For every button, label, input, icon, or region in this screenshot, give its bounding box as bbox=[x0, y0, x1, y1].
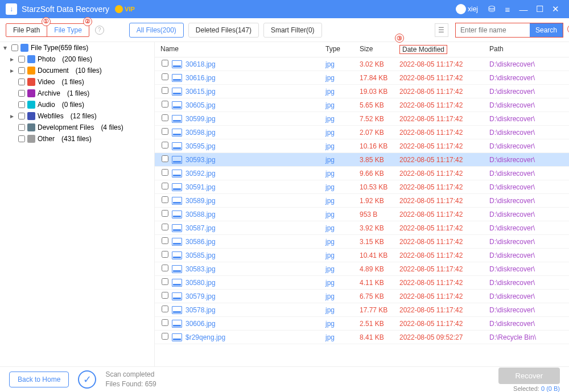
row-checkbox[interactable] bbox=[162, 251, 168, 258]
search-button[interactable]: Search bbox=[530, 23, 563, 37]
filter-all-files[interactable]: All Files(200) bbox=[129, 23, 184, 38]
tree-item-other[interactable]: Other (431 files) bbox=[0, 133, 154, 145]
col-date[interactable]: ③ Date Modified bbox=[399, 45, 489, 54]
col-name[interactable]: Name bbox=[155, 45, 325, 54]
row-checkbox[interactable] bbox=[162, 169, 168, 176]
app-logo-icon: ↓ bbox=[6, 3, 17, 15]
table-row[interactable]: 30615.jpg jpg 19.03 KB 2022-08-05 11:17:… bbox=[155, 85, 569, 98]
row-checkbox[interactable] bbox=[162, 155, 168, 162]
table-row[interactable]: 30598.jpg jpg 2.07 KB 2022-08-05 11:17:4… bbox=[155, 126, 569, 139]
file-name: 30586.jpg bbox=[185, 238, 216, 246]
row-checkbox[interactable] bbox=[162, 278, 168, 285]
table-row[interactable]: 30589.jpg jpg 1.92 KB 2022-08-05 11:17:4… bbox=[155, 194, 569, 208]
tree-item-count: (10 files) bbox=[76, 67, 102, 75]
row-checkbox[interactable] bbox=[162, 142, 168, 148]
row-checkbox[interactable] bbox=[162, 265, 168, 271]
col-type[interactable]: Type bbox=[325, 45, 360, 54]
col-size[interactable]: Size bbox=[360, 45, 399, 54]
row-checkbox[interactable] bbox=[162, 210, 168, 217]
file-date: 2022-08-05 11:17:42 bbox=[399, 183, 489, 191]
tree-item-checkbox[interactable] bbox=[18, 67, 25, 74]
file-size: 9.66 KB bbox=[360, 170, 399, 178]
file-name: 30583.jpg bbox=[185, 265, 216, 273]
row-checkbox[interactable] bbox=[162, 87, 168, 94]
table-row[interactable]: 30595.jpg jpg 10.16 KB 2022-08-05 11:17:… bbox=[155, 139, 569, 153]
table-row[interactable]: 30599.jpg jpg 7.52 KB 2022-08-05 11:17:4… bbox=[155, 112, 569, 126]
row-checkbox[interactable] bbox=[162, 224, 168, 230]
tree-root[interactable]: ▾ File Type(659 files) bbox=[0, 42, 154, 53]
search-input[interactable] bbox=[456, 23, 530, 37]
table-row[interactable]: 30583.jpg jpg 4.89 KB 2022-08-05 11:17:4… bbox=[155, 262, 569, 276]
row-checkbox[interactable] bbox=[162, 333, 168, 340]
maximize-button[interactable]: ☐ bbox=[531, 4, 547, 14]
row-checkbox[interactable] bbox=[162, 114, 168, 121]
tree-item-checkbox[interactable] bbox=[18, 56, 25, 63]
file-image-icon bbox=[172, 333, 182, 341]
table-row[interactable]: 30592.jpg jpg 9.66 KB 2022-08-05 11:17:4… bbox=[155, 167, 569, 180]
row-checkbox[interactable] bbox=[162, 319, 168, 326]
cart-icon[interactable]: ⛁ bbox=[484, 4, 500, 14]
tree-item-archive[interactable]: Archive (1 files) bbox=[0, 88, 154, 99]
row-checkbox[interactable] bbox=[162, 183, 168, 189]
user-menu[interactable]: xiej bbox=[456, 4, 478, 14]
file-type: jpg bbox=[325, 170, 360, 178]
tree-item-checkbox[interactable] bbox=[18, 101, 25, 108]
tree-item-checkbox[interactable] bbox=[18, 124, 25, 131]
row-checkbox[interactable] bbox=[162, 292, 168, 299]
col-path[interactable]: Path bbox=[489, 45, 569, 54]
back-to-home-button[interactable]: Back to Home bbox=[9, 372, 69, 387]
tab-file-type[interactable]: File Type bbox=[47, 24, 88, 36]
tree-item-checkbox[interactable] bbox=[18, 113, 25, 119]
tree-item-dev[interactable]: Development Files (4 files) bbox=[0, 122, 154, 133]
row-checkbox[interactable] bbox=[162, 101, 168, 108]
row-checkbox[interactable] bbox=[162, 306, 168, 312]
table-row[interactable]: 30579.jpg jpg 6.75 KB 2022-08-05 11:17:4… bbox=[155, 290, 569, 303]
tree-item-checkbox[interactable] bbox=[18, 135, 25, 142]
tree-item-photo[interactable]: ▸ Photo (200 files) bbox=[0, 53, 154, 65]
table-row[interactable]: 30591.jpg jpg 10.53 KB 2022-08-05 11:17:… bbox=[155, 180, 569, 194]
table-row[interactable]: 30586.jpg jpg 3.15 KB 2022-08-05 11:17:4… bbox=[155, 235, 569, 249]
file-type: jpg bbox=[325, 197, 360, 205]
table-row[interactable]: 30578.jpg jpg 17.77 KB 2022-08-05 11:17:… bbox=[155, 303, 569, 317]
tree-item-video[interactable]: Video (1 files) bbox=[0, 76, 154, 88]
table-row[interactable]: $r29qeng.jpg jpg 8.41 KB 2022-08-05 09:5… bbox=[155, 331, 569, 344]
tree-item-label: Video bbox=[38, 78, 55, 86]
table-row[interactable]: 30587.jpg jpg 3.92 KB 2022-08-05 11:17:4… bbox=[155, 221, 569, 235]
photo-icon bbox=[27, 55, 35, 63]
row-checkbox[interactable] bbox=[162, 237, 168, 244]
file-date: 2022-08-05 11:17:42 bbox=[399, 292, 489, 300]
minimize-button[interactable]: — bbox=[516, 5, 531, 14]
file-size: 2.07 KB bbox=[360, 129, 399, 137]
table-row[interactable]: 30588.jpg jpg 953 B 2022-08-05 11:17:42 … bbox=[155, 208, 569, 221]
table-row[interactable]: 30580.jpg jpg 4.11 KB 2022-08-05 11:17:4… bbox=[155, 276, 569, 290]
row-checkbox[interactable] bbox=[162, 128, 168, 135]
menu-icon[interactable]: ≡ bbox=[500, 5, 516, 14]
tree-item-doc[interactable]: ▸ Document (10 files) bbox=[0, 65, 154, 76]
tree-item-label: Other bbox=[38, 135, 55, 143]
tree-item-checkbox[interactable] bbox=[18, 90, 25, 97]
help-icon[interactable]: ? bbox=[95, 26, 104, 35]
row-checkbox[interactable] bbox=[162, 196, 168, 203]
tree-item-audio[interactable]: Audio (0 files) bbox=[0, 99, 154, 110]
table-row[interactable]: 30616.jpg jpg 17.84 KB 2022-08-05 11:17:… bbox=[155, 71, 569, 85]
filter-deleted-files[interactable]: Deleted Files(147) bbox=[188, 23, 259, 38]
recover-button[interactable]: Recover bbox=[498, 368, 560, 384]
list-mode-toggle[interactable]: ☰ bbox=[435, 23, 448, 37]
table-row[interactable]: 30605.jpg jpg 5.65 KB 2022-08-05 11:17:4… bbox=[155, 98, 569, 112]
tab-file-path[interactable]: File Path bbox=[6, 24, 47, 36]
table-row[interactable]: 30618.jpg jpg 3.02 KB 2022-08-05 11:17:4… bbox=[155, 57, 569, 71]
tree-item-checkbox[interactable] bbox=[18, 79, 25, 85]
file-date: 2022-08-05 11:17:42 bbox=[399, 142, 489, 150]
table-row[interactable]: 30593.jpg jpg 3.85 KB 2022-08-05 11:17:4… bbox=[155, 153, 569, 167]
table-row[interactable]: 30585.jpg jpg 10.41 KB 2022-08-05 11:17:… bbox=[155, 249, 569, 262]
file-type: jpg bbox=[325, 115, 360, 123]
table-row[interactable]: 30606.jpg jpg 2.51 KB 2022-08-05 11:17:4… bbox=[155, 317, 569, 331]
file-date: 2022-08-05 11:17:42 bbox=[399, 211, 489, 218]
close-button[interactable]: ✕ bbox=[547, 4, 563, 14]
tree-item-web[interactable]: ▸ Webfiles (12 files) bbox=[0, 110, 154, 122]
row-checkbox[interactable] bbox=[162, 60, 168, 67]
filter-smart[interactable]: Smart Filter(0) bbox=[263, 23, 322, 38]
file-date: 2022-08-05 11:17:42 bbox=[399, 156, 489, 164]
tree-root-checkbox[interactable] bbox=[11, 44, 18, 51]
row-checkbox[interactable] bbox=[162, 73, 168, 80]
